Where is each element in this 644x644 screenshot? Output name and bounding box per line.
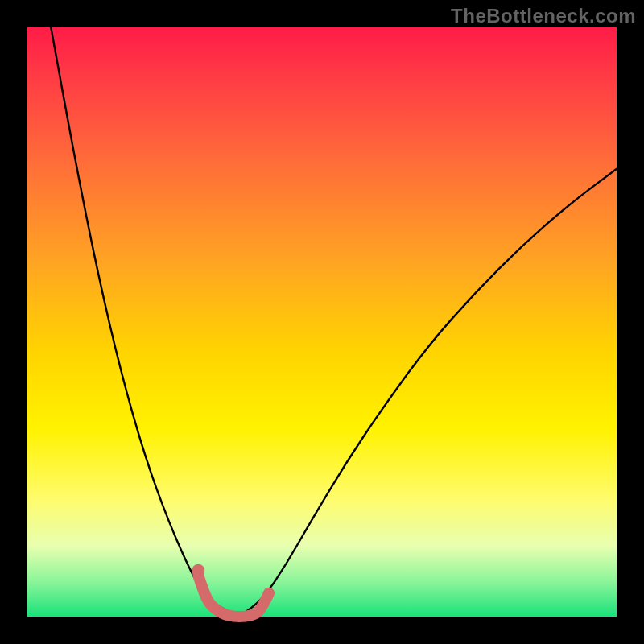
plot-area (27, 27, 617, 617)
chart-frame: TheBottleneck.com (0, 0, 644, 644)
chart-svg (27, 27, 617, 617)
left-curve (51, 27, 239, 617)
marker-dot (192, 564, 204, 577)
right-curve (240, 169, 617, 617)
watermark-text: TheBottleneck.com (451, 5, 636, 27)
bottom-marker-curve (198, 576, 269, 617)
